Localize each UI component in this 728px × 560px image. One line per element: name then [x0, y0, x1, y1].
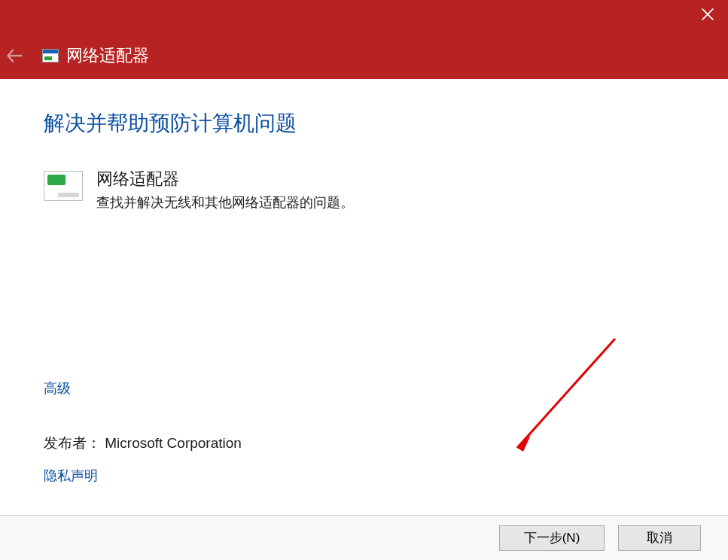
content-area: 解决并帮助预防计算机问题 网络适配器 查找并解决无线和其他网络适配器的问题。 高…	[0, 79, 728, 515]
cancel-button[interactable]: 取消	[618, 525, 701, 551]
footer-bar: 下一步(N) 取消	[0, 515, 728, 560]
close-icon	[699, 6, 716, 23]
svg-marker-4	[517, 435, 531, 452]
main-heading: 解决并帮助预防计算机问题	[44, 109, 684, 138]
header-bar: 网络适配器	[0, 0, 728, 79]
publisher-label: 发布者： Microsoft Corporation	[44, 434, 242, 453]
network-adapter-icon	[44, 171, 83, 201]
item-description: 查找并解决无线和其他网络适配器的问题。	[96, 193, 354, 212]
next-button[interactable]: 下一步(N)	[499, 525, 605, 551]
advanced-link[interactable]: 高级	[44, 379, 71, 397]
back-button[interactable]	[5, 45, 26, 69]
svg-line-3	[517, 339, 615, 448]
item-title: 网络适配器	[96, 168, 354, 190]
back-arrow-icon	[5, 45, 26, 66]
header-title: 网络适配器	[66, 44, 149, 67]
app-icon	[42, 49, 59, 62]
troubleshooter-item: 网络适配器 查找并解决无线和其他网络适配器的问题。	[44, 168, 684, 212]
close-button[interactable]	[699, 6, 716, 26]
annotation-arrow	[495, 331, 630, 470]
privacy-link[interactable]: 隐私声明	[44, 467, 242, 485]
